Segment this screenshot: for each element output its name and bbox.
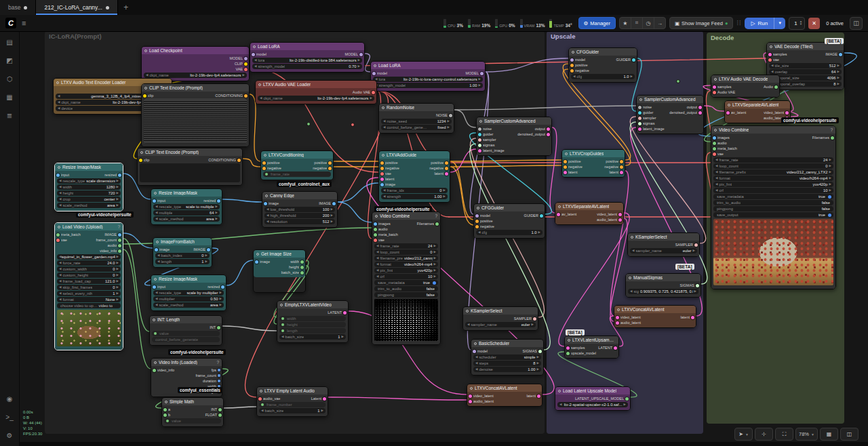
decrement-arrow-icon[interactable]: ◀	[254, 58, 256, 63]
widget-lora[interactable]: ◀loraltx-2-19b-ic-lora-canny-control.saf…	[373, 77, 483, 82]
slot-dot-icon[interactable]	[258, 397, 262, 401]
input-slot-a[interactable]: a	[163, 407, 170, 412]
slot-dot-icon[interactable]	[374, 233, 377, 237]
collapse-dot-icon[interactable]	[153, 319, 155, 321]
slot-dot-icon[interactable]	[380, 161, 384, 165]
ltxv-conditioning[interactable]: LTXVConditioningpositivenegativepositive…	[260, 150, 334, 180]
output-slot-denoised_output[interactable]: denoised_output	[517, 131, 550, 137]
input-slot-positive[interactable]: positive	[262, 160, 281, 165]
slot-dot-icon[interactable]	[638, 106, 642, 109]
input-slot-meta_batch[interactable]: meta_batch	[374, 232, 398, 237]
widget-control_before_generate[interactable]: ◀control_before_generatefixed▶	[381, 125, 452, 130]
pin-icon[interactable]: ⌗	[631, 18, 643, 28]
input-slot-positive[interactable]: positive	[570, 62, 589, 68]
decrement-arrow-icon[interactable]: ◀	[376, 243, 378, 249]
collapse-dot-icon[interactable]	[382, 154, 384, 157]
node-header[interactable]: Video Info (Loaded)?	[151, 359, 222, 366]
slot-dot-icon[interactable]	[620, 165, 623, 169]
widget-width[interactable]: ◀width1280▶	[57, 184, 121, 190]
increment-arrow-icon[interactable]: ▶	[358, 58, 360, 63]
increment-arrow-icon[interactable]: ▶	[205, 259, 208, 264]
decrement-arrow-icon[interactable]: ◀	[573, 74, 575, 79]
decrement-arrow-icon[interactable]: ◀	[146, 73, 148, 78]
menu-icon[interactable]: ≡	[22, 19, 26, 27]
input-slot-clip[interactable]: clip	[139, 157, 149, 163]
get-image-size[interactable]: Get Image Sizeimagewidthheightbatch_size	[253, 249, 306, 293]
increment-arrow-icon[interactable]: ▶	[538, 230, 540, 235]
output-slot-positive[interactable]: positive	[314, 160, 332, 165]
widget-denoise[interactable]: ◀denoise1.00▶	[473, 367, 541, 372]
widget-lora[interactable]: ◀loraltx-2-19b-distilled-lora-384.safete…	[252, 58, 362, 63]
slot-dot-icon[interactable]	[564, 171, 567, 174]
manual-sigmas[interactable]: ManualSigmasSIGMAS◀sig0.909375, 0.725, 0…	[625, 273, 701, 298]
clear-queue-button[interactable]: ✕	[808, 18, 820, 29]
output-slot-FLOAT[interactable]: FLOAT	[205, 412, 222, 418]
input-slot-vae[interactable]: vae	[56, 237, 81, 243]
node-canvas[interactable]: IC-LoRA(Prompt)UpscaleDecode Load Checkp…	[0, 31, 868, 446]
toggle-on-icon[interactable]	[828, 214, 831, 217]
increment-arrow-icon[interactable]: ▶	[117, 291, 119, 296]
output-slot-denoised_output[interactable]: denoised_output	[669, 110, 702, 115]
collapse-dot-icon[interactable]	[568, 339, 570, 342]
slot-dot-icon[interactable]	[244, 57, 248, 60]
decrement-arrow-icon[interactable]: ◀	[58, 100, 60, 105]
slot-dot-icon[interactable]	[264, 202, 267, 205]
slot-dot-icon[interactable]	[478, 133, 481, 136]
increment-arrow-icon[interactable]: ▶	[358, 64, 360, 69]
node-header[interactable]: LTXVConditioning	[261, 151, 333, 159]
increment-arrow-icon[interactable]: ▶	[205, 253, 208, 258]
increment-arrow-icon[interactable]: ▶	[117, 260, 119, 266]
output-slot-batch_size[interactable]: batch_size	[281, 270, 304, 275]
node-header[interactable]: Load Checkpoint	[142, 47, 249, 54]
slot-dot-icon[interactable]	[255, 260, 258, 264]
output-slot-SIGMAS[interactable]: SIGMAS	[523, 348, 542, 354]
ltxv-separate-av-latent-1[interactable]: LTXVSeparateAVLatentav_latentvideo_laten…	[555, 202, 624, 225]
load-lora-1[interactable]: Load LoRAmodelMODEL◀loraltx-2-19b-distil…	[250, 42, 365, 73]
collapse-dot-icon[interactable]	[375, 215, 378, 218]
cfg-guider-1[interactable]: CFGGuidermodelpositivenegativeGUIDER◀cfg…	[473, 203, 545, 239]
panel-toggle-button[interactable]: ◫	[840, 428, 859, 441]
input-slot-vae[interactable]: vae	[374, 237, 398, 243]
slot-dot-icon[interactable]	[547, 127, 550, 131]
increment-arrow-icon[interactable]: ▶	[117, 178, 119, 184]
output-slot-IMAGE[interactable]: IMAGE	[825, 52, 842, 57]
slot-dot-icon[interactable]	[445, 161, 448, 165]
output-slot-CLIP[interactable]: CLIP	[235, 61, 248, 66]
widget-scale_method[interactable]: ◀scale_methodarea▶	[153, 302, 224, 308]
tab-base[interactable]: base	[0, 0, 36, 15]
input-slot-input[interactable]: input	[56, 172, 69, 178]
widget-noise_seed[interactable]: ◀noise_seed1234▶	[381, 119, 452, 124]
increment-arrow-icon[interactable]: ▶	[117, 190, 119, 196]
output-slot-negative[interactable]: negative	[429, 165, 448, 171]
canny-edge[interactable]: Canny EdgeimageIMAGE◀low_threshold100▶◀h…	[262, 191, 338, 228]
slot-dot-icon[interactable]	[153, 285, 156, 289]
output-slot-Audio VAE[interactable]: Audio VAE	[353, 89, 375, 95]
slot-dot-icon[interactable]	[372, 91, 375, 94]
node-header[interactable]: LTXV Audio VAE Decode	[711, 75, 779, 83]
increment-arrow-icon[interactable]: ▶	[370, 96, 372, 101]
load-latent-upscale-model[interactable]: Load Latent Upscale ModelLATENT_UPSCALE_…	[555, 386, 631, 411]
decrement-arrow-icon[interactable]: ◀	[715, 182, 717, 187]
collapse-dot-icon[interactable]	[144, 87, 147, 89]
decrement-arrow-icon[interactable]: ◀	[715, 188, 717, 193]
output-slot-latent[interactable]: latent	[435, 171, 448, 176]
output-slot-frame_count[interactable]: frame_count	[96, 237, 121, 243]
show-image-feed-button[interactable]: ▣ Show Image Feed ●	[669, 17, 734, 29]
output-slot-audio_latent[interactable]: audio_latent	[597, 217, 622, 222]
slot-dot-icon[interactable]	[300, 260, 304, 264]
slot-dot-icon[interactable]	[625, 397, 629, 401]
new-tab-button[interactable]: +	[118, 0, 134, 15]
video-combine-1[interactable]: Video Combine?imagesaudiometa_batchvaeFi…	[372, 211, 441, 345]
widget-cfg[interactable]: ◀cfg1.0▶	[571, 74, 635, 79]
slot-dot-icon[interactable]	[564, 160, 567, 163]
increment-arrow-icon[interactable]: ▶	[434, 243, 436, 249]
slot-dot-icon[interactable]	[328, 161, 332, 165]
toggle-sidepanel-button[interactable]: ◫	[850, 17, 863, 30]
input-slot-audio_latent[interactable]: audio_latent	[469, 399, 494, 404]
widget-ckpt_name[interactable]: ◀ckpt_nameltx-2-19b-dev-fp4.safetensors▶	[144, 73, 247, 78]
widget-overlap[interactable]: ◀overlap64▶	[769, 69, 842, 75]
output-slot-latent[interactable]: latent	[527, 393, 540, 399]
favorites-icon[interactable]: ★	[620, 18, 631, 28]
output-slot-latent[interactable]: latent	[681, 315, 694, 320]
input-slot-images[interactable]: images	[713, 135, 737, 140]
